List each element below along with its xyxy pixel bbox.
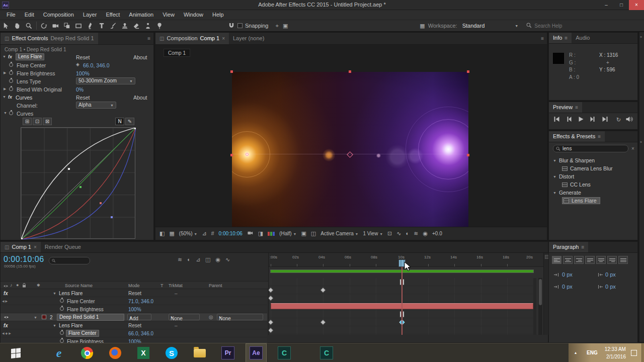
effect-item-cc-lens[interactable]: CC Lens bbox=[549, 180, 637, 189]
collapse-icon[interactable]: ▼ bbox=[4, 111, 7, 115]
fx-badge-icon[interactable]: fx bbox=[8, 55, 12, 59]
layer-name-field[interactable]: Deep Red Solid 1 bbox=[57, 314, 124, 321]
tray-language[interactable]: ENG bbox=[587, 350, 598, 355]
grid-guides-icon[interactable]: # bbox=[211, 231, 214, 236]
action-center-icon[interactable] bbox=[631, 350, 637, 356]
scrollbar-thumb[interactable] bbox=[539, 279, 542, 305]
taskbar-firefox[interactable] bbox=[105, 343, 126, 362]
stopwatch-icon[interactable] bbox=[9, 111, 13, 115]
spacing-value[interactable]: 0 px bbox=[605, 284, 616, 290]
stopwatch-icon[interactable] bbox=[9, 87, 13, 91]
menu-effect[interactable]: Effect bbox=[101, 12, 124, 18]
effect-name[interactable]: Curves bbox=[16, 95, 32, 101]
zoom-tool[interactable] bbox=[23, 21, 35, 31]
keyframe-nav-icon[interactable]: ◀◆▶ bbox=[2, 332, 12, 335]
group-distort[interactable]: ▼Distort bbox=[549, 172, 637, 180]
motion-blur-icon[interactable]: ◉ bbox=[216, 257, 221, 262]
keyframe[interactable] bbox=[269, 328, 273, 332]
col-mode[interactable]: Mode bbox=[128, 284, 140, 288]
timeline-row-layer-selected[interactable]: ▼ 2 Deep Red Solid 1 Add▼ None▼ ◎ None▼ bbox=[1, 313, 267, 321]
prop-value[interactable]: 66.0, 346.0 bbox=[83, 63, 110, 68]
transparency-grid-icon[interactable]: ◫ bbox=[311, 231, 316, 236]
keyframe[interactable] bbox=[321, 288, 325, 292]
keyframe[interactable] bbox=[269, 320, 273, 324]
stopwatch-icon[interactable] bbox=[60, 307, 64, 311]
graph-editor-icon[interactable]: ∿ bbox=[225, 257, 230, 262]
taskbar-folder[interactable] bbox=[189, 343, 210, 362]
pan-behind-tool[interactable] bbox=[61, 21, 73, 31]
collapse-icon[interactable]: ▼ bbox=[34, 316, 37, 319]
menu-edit[interactable]: Edit bbox=[20, 12, 39, 18]
keyframe-nav-icon[interactable]: ◀▶ bbox=[2, 300, 9, 303]
track-row[interactable] bbox=[269, 302, 536, 310]
taskbar-premiere[interactable]: Pr bbox=[217, 343, 238, 362]
layer-anchor-marker[interactable] bbox=[347, 151, 353, 158]
comp-navigator-button[interactable]: Comp 1 bbox=[164, 49, 190, 57]
region-of-interest-icon[interactable]: ▣ bbox=[301, 231, 306, 236]
menu-window[interactable]: Window bbox=[179, 12, 208, 18]
space-after-field[interactable]: 0 px bbox=[597, 284, 616, 290]
start-button[interactable] bbox=[0, 343, 31, 362]
prop-label[interactable]: Flare Center bbox=[67, 299, 95, 304]
workspace-caret-icon[interactable]: ▼ bbox=[515, 24, 518, 28]
prop-label[interactable]: Flare Brightness bbox=[67, 307, 104, 312]
loop-icon[interactable]: ↻ bbox=[616, 117, 621, 123]
align-right-button[interactable] bbox=[574, 256, 584, 264]
search-help-input[interactable] bbox=[534, 23, 572, 29]
fast-previews-icon[interactable]: ∿ bbox=[396, 231, 401, 236]
edge-handle[interactable] bbox=[349, 70, 351, 73]
about-link[interactable]: About bbox=[133, 95, 150, 101]
eye-icon[interactable] bbox=[4, 315, 9, 320]
align-center-button[interactable] bbox=[563, 256, 573, 264]
reset-link[interactable]: Reset bbox=[128, 323, 141, 328]
tab-paragraph[interactable]: Paragraph ≡ bbox=[549, 242, 588, 252]
about-link[interactable]: About bbox=[133, 55, 150, 60]
pixel-aspect-icon[interactable]: ⊡ bbox=[387, 231, 392, 236]
expand-icon[interactable]: ▶ bbox=[4, 71, 6, 74]
snap-feature-icon[interactable]: ▣ bbox=[283, 23, 288, 29]
resolution-dropdown[interactable]: (Half) ▼ bbox=[279, 231, 296, 236]
snap-option-icon[interactable]: + bbox=[276, 23, 279, 29]
close-button[interactable]: × bbox=[629, 0, 644, 10]
timeline-row-prop[interactable]: ◀▶ Flare Center 71.0, 346.0 bbox=[1, 297, 267, 305]
audio-mute-icon[interactable] bbox=[625, 116, 633, 123]
taskbar-chrome[interactable] bbox=[76, 343, 98, 362]
flare-center-point[interactable] bbox=[246, 153, 249, 156]
lens-type-dropdown[interactable]: 50-300mm Zoom▼ bbox=[76, 77, 135, 84]
keyframe[interactable] bbox=[269, 296, 273, 300]
panel-menu-icon[interactable]: ≡ bbox=[575, 105, 578, 110]
col-parent[interactable]: Parent bbox=[209, 284, 222, 288]
corner-handle[interactable] bbox=[230, 70, 233, 73]
prop-value[interactable]: 100% bbox=[76, 71, 90, 76]
keyframe[interactable] bbox=[269, 288, 273, 292]
prop-value[interactable]: 100% bbox=[128, 307, 141, 312]
col-t[interactable]: T bbox=[160, 284, 164, 288]
vertical-scrollbar[interactable] bbox=[538, 278, 542, 335]
stopwatch-icon[interactable] bbox=[60, 339, 64, 343]
composition-image[interactable] bbox=[232, 72, 468, 227]
tab-audio[interactable]: Audio bbox=[572, 33, 594, 43]
curve-tool-button[interactable]: N bbox=[115, 118, 124, 125]
timeline-search-box[interactable] bbox=[49, 257, 90, 264]
minimize-button[interactable]: – bbox=[599, 0, 614, 10]
effect-row-curves[interactable]: ▼ fx Curves Reset About bbox=[1, 93, 153, 101]
indent-right-field[interactable]: 0 px bbox=[597, 272, 616, 278]
timeline-row-effect[interactable]: fx ▼ Lens Flare Reset ‒ bbox=[1, 289, 267, 297]
edge-handle[interactable] bbox=[467, 154, 469, 156]
eraser-tool[interactable] bbox=[131, 21, 142, 31]
roto-brush-tool[interactable] bbox=[142, 21, 154, 31]
spacing-value[interactable]: 0 px bbox=[562, 284, 573, 290]
clone-stamp-tool[interactable] bbox=[119, 21, 131, 31]
panel-menu-icon[interactable]: ≡ bbox=[565, 36, 568, 41]
tray-clock[interactable]: 12:33 AM 2/1/2016 bbox=[605, 345, 626, 360]
curve-smooth-button[interactable]: ⊠ bbox=[43, 118, 52, 125]
effects-search-box[interactable] bbox=[553, 145, 628, 152]
stopwatch-icon[interactable] bbox=[60, 331, 64, 335]
timeline-search-input[interactable] bbox=[58, 258, 87, 263]
corner-handle[interactable] bbox=[467, 70, 469, 73]
tab-info[interactable]: Info ≡ bbox=[549, 33, 572, 43]
first-frame-button[interactable] bbox=[553, 116, 560, 123]
prop-row-channel[interactable]: Channel: Alpha▼ bbox=[1, 101, 153, 109]
track-row[interactable] bbox=[269, 294, 536, 302]
clear-search-icon[interactable]: × bbox=[631, 146, 634, 151]
